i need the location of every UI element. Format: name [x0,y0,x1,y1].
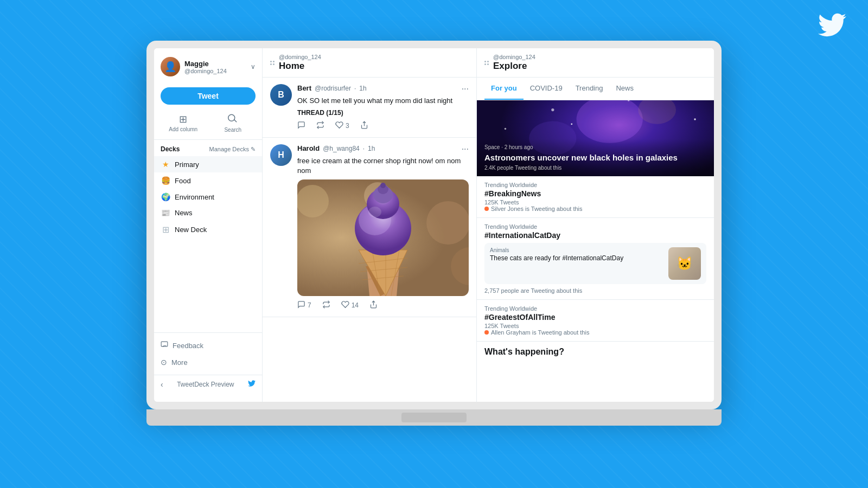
deck-item-new-deck[interactable]: ⊞ New Deck [154,221,262,239]
explore-column-header: @domingo_124 Explore [477,48,714,78]
tweet-actions: 3 [297,121,469,131]
sidebar-actions: ⊞ Add column Search [154,109,262,140]
deck-label-environment: Environment [175,193,214,201]
more-button[interactable]: ⊙ More [154,354,262,370]
search-button[interactable]: Search [210,111,256,135]
tweet-image [297,179,469,296]
share-button[interactable] [369,300,378,310]
retweet-icon [316,121,324,131]
deck-item-news[interactable]: 📰 News [154,205,262,221]
hero-category: Space · 2 hours ago [484,144,706,150]
tab-news[interactable]: News [609,78,640,100]
tweet-text: free ice cream at the corner shop right … [297,156,469,176]
explore-content: Space · 2 hours ago Astronomers uncover … [477,100,714,402]
retweet-button[interactable] [316,121,324,131]
trending-label: Trending Worldwide [484,305,706,312]
tweet-more-button[interactable]: ··· [462,144,469,154]
reply-button[interactable] [297,121,305,131]
trending-attribution: Silver Jones is Tweeting about this [484,206,706,212]
share-button[interactable] [360,121,368,131]
tweet-time: 1h [359,85,366,92]
reply-button[interactable]: 7 [297,300,311,310]
deck-item-environment[interactable]: 🌍 Environment [154,189,262,205]
tweetdeck-preview-label: TweetDeck Preview [177,381,234,388]
add-column-icon: ⊞ [179,113,187,125]
explore-drag-handle[interactable] [484,61,489,65]
svg-point-3 [297,185,329,217]
new-deck-icon: ⊞ [161,224,170,235]
news-icon: 📰 [161,209,170,217]
trending-item-cat-day[interactable]: Trending Worldwide #InternationalCatDay … [477,218,714,300]
tweet-button[interactable]: Tweet [161,87,256,105]
like-button[interactable]: 14 [341,300,359,310]
trending-people-count: 2,757 people are Tweeting about this [484,287,706,294]
svg-point-18 [380,183,386,188]
more-label: More [171,358,188,367]
twitter-bird-icon [818,11,846,46]
avatar [161,57,180,76]
explore-hero[interactable]: Space · 2 hours ago Astronomers uncover … [477,100,714,176]
reply-icon [297,300,305,310]
tab-trending[interactable]: Trending [569,78,610,100]
tweet-more-button[interactable]: ··· [462,84,469,94]
trending-tag: #GreatestOfAllTime [484,313,706,322]
tab-covid[interactable]: COVID-19 [524,78,569,100]
feedback-icon [161,341,168,350]
hero-stats: 2.4K people Tweeting about this [484,165,706,171]
trending-count: 125K Tweets [484,323,706,329]
column-drag-handle[interactable] [270,61,275,65]
feedback-button[interactable]: Feedback [154,337,262,354]
search-label: Search [224,127,241,133]
collapse-arrow[interactable]: ‹ [161,380,163,389]
harold-avatar: H [270,144,292,166]
retweet-button[interactable] [322,300,330,310]
deck-label-news: News [175,209,193,217]
attribution-text: Silver Jones is Tweeting about this [491,206,583,212]
star-icon: ★ [161,160,170,169]
tweet-author-handle: @h_wang84 [323,145,360,152]
tweet-author-handle: @rodrisurfer [315,85,351,92]
home-column: @domingo_124 Home B Bert @rodrisurfer [263,48,477,402]
tweet-author-name: Harold [297,144,320,152]
manage-decks-button[interactable]: Manage Decks ✎ [209,146,256,153]
hero-text: Space · 2 hours ago Astronomers uncover … [477,139,714,177]
trending-tag: #InternationalCatDay [484,231,706,240]
whats-happening-text: What's happening? [484,347,564,356]
deck-label-new-deck: New Deck [175,226,207,234]
laptop-frame: Maggie @domingo_124 ∨ Tweet ⊞ Add column [146,41,722,409]
chevron-down-icon[interactable]: ∨ [251,63,256,70]
deck-label-food: Food [175,177,191,185]
tweetdeck-twitter-icon [248,380,256,389]
card-category: Animals [490,247,664,253]
card-title: These cats are ready for #InternationalC… [490,254,664,263]
tweets-list: B Bert @rodrisurfer · 1h ··· [263,78,476,402]
home-column-title: Home [279,61,469,72]
trending-section: Trending Worldwide #BreakingNews 125K Tw… [477,176,714,362]
attr-dot-icon [484,207,489,211]
food-icon: 🍔 [161,176,170,185]
svg-point-4 [426,201,469,245]
deck-item-food[interactable]: 🍔 Food [154,172,262,189]
sidebar: Maggie @domingo_124 ∨ Tweet ⊞ Add column [154,48,263,402]
feedback-label: Feedback [173,342,203,350]
tweet-text: OK SO let me tell you what my mom did la… [297,96,469,106]
trending-item-breaking-news[interactable]: Trending Worldwide #BreakingNews 125K Tw… [477,176,714,218]
laptop-screen: Maggie @domingo_124 ∨ Tweet ⊞ Add column [154,48,714,402]
trending-item-goat[interactable]: Trending Worldwide #GreatestOfAllTime 12… [477,300,714,342]
tweet-content: Bert @rodrisurfer · 1h ··· OK SO let me … [297,84,469,131]
home-column-header: @domingo_124 Home [263,48,476,78]
svg-point-28 [505,128,506,130]
retweet-icon [322,300,330,310]
attribution-text: Allen Grayham is Tweeting about this [491,329,589,336]
user-section: Maggie @domingo_124 ∨ [154,57,262,83]
share-icon [360,121,368,131]
tab-for-you[interactable]: For you [484,78,524,100]
like-icon [335,121,343,131]
add-column-button[interactable]: ⊞ Add column [161,111,206,135]
hero-title: Astronomers uncover new black holes in g… [484,152,706,163]
deck-item-primary[interactable]: ★ Primary [154,156,262,172]
environment-icon: 🌍 [161,192,170,201]
tweet-actions: 7 [297,300,469,310]
user-handle: @domingo_124 [184,68,227,74]
like-button[interactable]: 3 [335,121,349,131]
